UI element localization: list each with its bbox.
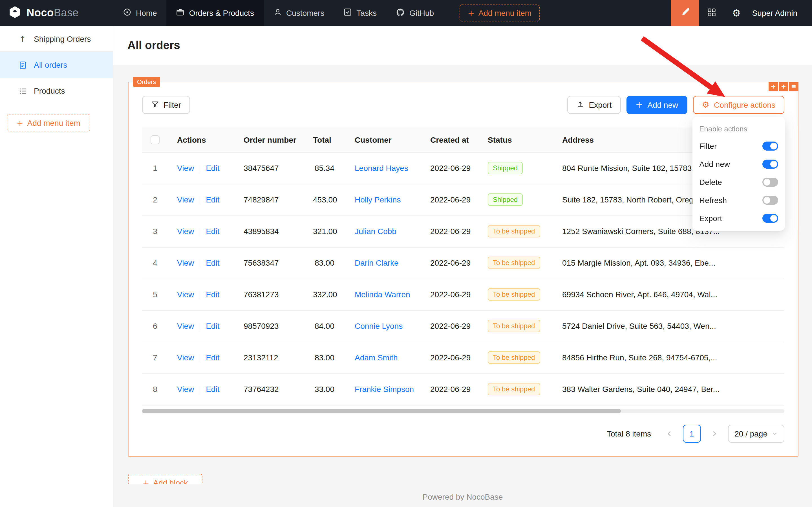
sidebar: ↑ Shipping Orders All orders Products + … — [0, 26, 113, 507]
toggle-switch[interactable] — [762, 160, 778, 169]
user-menu[interactable]: Super Admin — [749, 8, 812, 17]
plugins-grid-button[interactable] — [699, 0, 724, 26]
select-all-checkbox[interactable] — [151, 135, 160, 145]
customer-link[interactable]: Julian Cobb — [355, 227, 396, 236]
enable-action-label: Add new — [699, 160, 730, 169]
view-link[interactable]: View — [177, 195, 194, 204]
view-link[interactable]: View — [177, 290, 194, 299]
created-at-cell: 2022-06-29 — [421, 342, 479, 373]
export-button[interactable]: Export — [567, 96, 621, 114]
sidebar-item-all-orders[interactable]: All orders — [0, 52, 113, 78]
add-block-button[interactable]: + Add block — [128, 473, 202, 484]
logo-cube-icon — [8, 5, 22, 21]
enable-action-item[interactable]: Refresh — [692, 191, 785, 209]
navbar-right: ⚙ Super Admin — [671, 0, 812, 26]
page-title: All orders — [127, 39, 180, 52]
table-row: 8 ViewEdit 73764232 33.00 Frankie Simpso… — [142, 373, 785, 405]
toggle-switch[interactable] — [762, 214, 778, 223]
edit-link[interactable]: Edit — [206, 353, 219, 362]
block-menu-icon[interactable]: ≡ — [789, 82, 799, 91]
customer-link[interactable]: Darin Clarke — [355, 258, 399, 267]
enable-action-item[interactable]: Add new — [692, 155, 785, 173]
view-link[interactable]: View — [177, 227, 194, 236]
block-drag-icon[interactable]: + — [768, 82, 778, 91]
navbar-add-menu-item-button[interactable]: + Add menu item — [459, 4, 540, 21]
order-number-cell: 98570923 — [235, 310, 304, 342]
table-body: 1 ViewEdit 38475647 85.34 Leonard Hayes … — [142, 152, 785, 405]
edit-link[interactable]: Edit — [206, 195, 219, 204]
pagination-page-1[interactable]: 1 — [683, 425, 701, 442]
toggle-switch[interactable] — [762, 196, 778, 205]
orders-products-icon — [176, 8, 185, 18]
enable-actions-list: Filter Add new Delete Refresh Export — [692, 137, 785, 227]
home-icon — [123, 8, 131, 18]
customer-link[interactable]: Connie Lyons — [355, 322, 403, 331]
filter-icon — [151, 100, 159, 110]
edit-link[interactable]: Edit — [206, 227, 219, 236]
customer-link[interactable]: Adam Smith — [355, 353, 398, 362]
divider — [199, 354, 200, 362]
created-at-cell: 2022-06-29 — [421, 310, 479, 342]
nav-item-tasks[interactable]: Tasks — [334, 0, 386, 26]
customer-link[interactable]: Melinda Warren — [355, 290, 410, 299]
filter-button[interactable]: Filter — [142, 96, 190, 114]
view-link[interactable]: View — [177, 322, 194, 331]
edit-link[interactable]: Edit — [206, 290, 219, 299]
total-cell: 84.00 — [304, 310, 346, 342]
view-link[interactable]: View — [177, 385, 194, 394]
user-icon — [273, 8, 282, 18]
ui-editor-toggle-button[interactable] — [671, 0, 699, 26]
app-window: NocoBase Home Orders & Products Customer… — [0, 0, 812, 507]
pagination-prev-button[interactable] — [660, 425, 678, 442]
table-header-row: Actions Order number Total Customer Crea… — [142, 127, 785, 152]
enable-action-item[interactable]: Export — [692, 209, 785, 227]
add-new-button[interactable]: + Add new — [626, 96, 687, 114]
enable-action-item[interactable]: Filter — [692, 137, 785, 155]
switch-knob — [763, 179, 770, 185]
customer-link[interactable]: Frankie Simpson — [355, 385, 414, 394]
view-link[interactable]: View — [177, 164, 194, 173]
plus-icon: + — [635, 100, 643, 109]
status-badge: To be shipped — [488, 288, 540, 300]
sidebar-item-products[interactable]: Products — [0, 78, 113, 104]
enable-action-item[interactable]: Delete — [692, 173, 785, 191]
horizontal-scrollbar[interactable] — [142, 409, 785, 413]
highlighter-icon — [680, 7, 690, 19]
toggle-switch[interactable] — [762, 178, 778, 187]
page-size-select[interactable]: 20 / page — [728, 425, 785, 442]
nav-item-home[interactable]: Home — [113, 0, 167, 26]
scrollbar-thumb[interactable] — [142, 409, 621, 413]
view-link[interactable]: View — [177, 258, 194, 267]
settings-button[interactable]: ⚙ — [724, 0, 749, 26]
address-cell: 5724 Daniel Drive, Suite 563, 54403, Wen… — [553, 310, 785, 342]
address-cell: 69934 Schoen River, Apt. 646, 49704, Wal… — [553, 279, 785, 310]
edit-link[interactable]: Edit — [206, 164, 219, 173]
address-cell: 383 Walter Gardens, Suite 040, 24947, Be… — [553, 373, 785, 405]
nav-item-customers[interactable]: Customers — [264, 0, 334, 26]
pagination: Total 8 items 1 20 / page — [142, 425, 785, 442]
nocobase-logo[interactable]: NocoBase — [0, 5, 113, 21]
nav-item-github[interactable]: GitHub — [386, 0, 444, 26]
toggle-switch[interactable] — [762, 142, 778, 151]
total-cell: 332.00 — [304, 279, 346, 310]
sidebar-add-menu-item-button[interactable]: + Add menu item — [7, 114, 90, 131]
enable-action-label: Export — [699, 214, 722, 223]
status-badge: To be shipped — [488, 383, 540, 395]
order-number-cell: 74829847 — [235, 184, 304, 215]
enable-actions-dropdown: Enable actions Filter Add new Delete Ref… — [692, 117, 785, 231]
pagination-next-button[interactable] — [705, 425, 723, 442]
configure-actions-button[interactable]: ⚙ Configure actions — [693, 96, 785, 114]
sidebar-item-shipping-orders[interactable]: ↑ Shipping Orders — [0, 26, 113, 52]
edit-link[interactable]: Edit — [206, 258, 219, 267]
block-add-icon[interactable]: + — [779, 82, 788, 91]
customer-link[interactable]: Holly Perkins — [355, 195, 401, 204]
customer-link[interactable]: Leonard Hayes — [355, 164, 408, 173]
edit-link[interactable]: Edit — [206, 322, 219, 331]
edit-link[interactable]: Edit — [206, 385, 219, 394]
nav-item-orders-products[interactable]: Orders & Products — [167, 0, 264, 26]
created-at-cell: 2022-06-29 — [421, 247, 479, 279]
status-badge: Shipped — [488, 193, 523, 206]
logo-text: NocoBase — [26, 7, 79, 19]
view-link[interactable]: View — [177, 353, 194, 362]
document-icon — [18, 61, 27, 69]
